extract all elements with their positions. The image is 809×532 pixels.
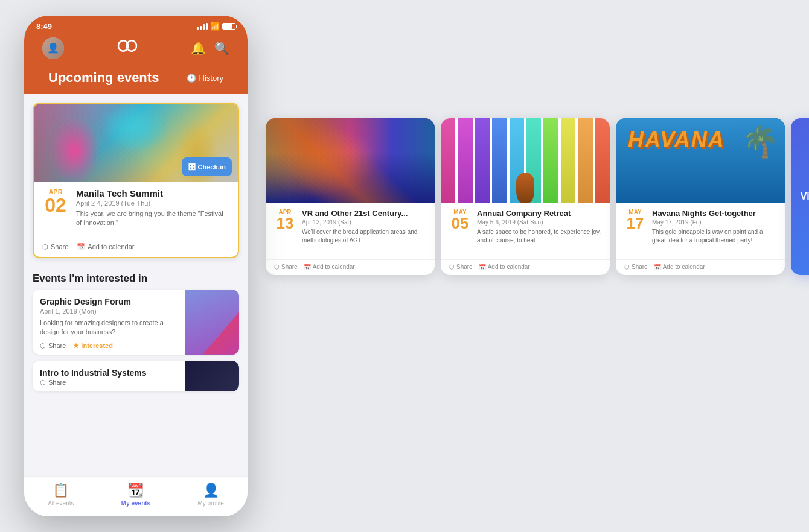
status-bar: 8:49 📶 xyxy=(36,22,235,31)
interest-card-1[interactable]: Graphic Design Forum April 1, 2019 (Mon)… xyxy=(33,290,239,355)
havana-calendar-button[interactable]: 📅 Add to calendar xyxy=(654,264,705,270)
interested-badge[interactable]: ★ Interested xyxy=(73,342,113,350)
calendar-icon: 📅 xyxy=(304,264,311,270)
interest-info-2: Intro to Industrial Systems ⬡ Share xyxy=(33,361,185,391)
havana-actions: ⬡ Share 📅 Add to calendar xyxy=(616,259,785,275)
retreat-calendar-button[interactable]: 📅 Add to calendar xyxy=(479,264,530,270)
event-card-havana[interactable]: HAVANA 🌴 MAY 17 Havana Nights Get-togeth… xyxy=(616,118,785,275)
interest-share-button[interactable]: ⬡ Share xyxy=(40,342,66,350)
vr-card-body: APR 13 VR and Other 21st Century... Apr … xyxy=(266,203,435,256)
havana-day: 17 xyxy=(627,215,644,231)
vr-calendar-button[interactable]: 📅 Add to calendar xyxy=(304,264,355,270)
nav-my-events[interactable]: 📆 My events xyxy=(121,483,150,507)
havana-event-info: Havana Nights Get-together May 17, 2019 … xyxy=(652,209,776,256)
share-icon: ⬡ xyxy=(42,243,48,251)
calendar-label: Add to calendar xyxy=(663,264,705,270)
interest-date: April 1, 2019 (Mon) xyxy=(40,308,177,315)
retreat-date-badge: MAY 05 xyxy=(449,209,471,256)
interest-card-2[interactable]: Intro to Industrial Systems ⬡ Share xyxy=(33,361,239,391)
nav-my-profile[interactable]: 👤 My profile xyxy=(197,483,223,507)
interested-section-header: Events I'm interested in xyxy=(24,264,248,290)
event-description: This year, we are bringing you the theme… xyxy=(76,209,229,228)
upcoming-header: Upcoming events 🕐 History xyxy=(36,68,235,94)
vr-desc: We'll cover the broad application areas … xyxy=(302,228,426,245)
event-date-text: April 2-4, 2019 (Tue-Thu) xyxy=(76,200,229,207)
interest-image xyxy=(185,290,239,355)
interest-image-dark xyxy=(185,361,239,391)
calendar-label: Add to calendar xyxy=(488,264,530,270)
retreat-event-info: Annual Company Retreat May 5-6, 2019 (Sa… xyxy=(477,209,601,256)
interest-card-inner: Graphic Design Forum April 1, 2019 (Mon)… xyxy=(33,290,239,355)
qr-icon: ⊞ xyxy=(188,161,196,173)
retreat-title: Annual Company Retreat xyxy=(477,209,601,218)
share-icon-2: ⬡ xyxy=(40,379,46,387)
share-icon: ⬡ xyxy=(449,264,455,270)
date-badge: APR 02 xyxy=(42,188,69,215)
time-display: 8:49 xyxy=(36,22,52,31)
havana-text-overlay: HAVANA xyxy=(628,127,725,153)
nav-all-events[interactable]: 📋 All events xyxy=(48,483,74,507)
share-button[interactable]: ⬡ Share xyxy=(42,243,68,251)
interest-actions: ⬡ Share ★ Interested xyxy=(40,342,177,350)
havana-share-button[interactable]: ⬡ Share xyxy=(624,264,648,270)
featured-event-image: ⊞ Check-in xyxy=(34,104,238,182)
view-all-button[interactable]: View all xyxy=(791,118,809,275)
history-icon: 🕐 xyxy=(187,74,196,83)
interest-info: Graphic Design Forum April 1, 2019 (Mon)… xyxy=(33,290,185,355)
share-icon: ⬡ xyxy=(274,264,280,270)
my-events-label: My events xyxy=(121,500,150,507)
history-label: History xyxy=(199,74,223,83)
vr-date: Apr 13, 2019 (Sat) xyxy=(302,219,426,226)
event-card-retreat[interactable]: MAY 05 Annual Company Retreat May 5-6, 2… xyxy=(441,118,610,275)
share-label: Share xyxy=(48,342,66,349)
havana-date: May 17, 2019 (Fri) xyxy=(652,219,776,226)
interest-share-button-2[interactable]: ⬡ Share xyxy=(40,379,66,387)
interest-title: Graphic Design Forum xyxy=(40,297,177,306)
share-icon: ⬡ xyxy=(40,342,46,350)
phone-header: 8:49 📶 👤 xyxy=(24,16,248,94)
checkin-button[interactable]: ⊞ Check-in xyxy=(182,157,232,176)
interest-card-inner-2: Intro to Industrial Systems ⬡ Share xyxy=(33,361,239,391)
event-title: Manila Tech Summit xyxy=(76,188,229,198)
bell-icon[interactable]: 🔔 xyxy=(191,41,206,55)
calendar-button[interactable]: 📅 Add to calendar xyxy=(77,243,134,251)
share-label: Share xyxy=(281,264,298,270)
share-label: Share xyxy=(456,264,473,270)
retreat-actions: ⬡ Share 📅 Add to calendar xyxy=(441,259,610,275)
interest-image-dark-inner xyxy=(185,361,239,391)
havana-desc: This gold pineapple is way on point and … xyxy=(652,228,776,245)
history-button[interactable]: 🕐 History xyxy=(187,74,223,83)
retreat-vase xyxy=(516,173,534,203)
retreat-share-button[interactable]: ⬡ Share xyxy=(449,264,473,270)
phone-frame: 8:49 📶 👤 xyxy=(24,16,248,516)
star-icon: ★ xyxy=(73,342,79,350)
havana-date-badge: MAY 17 xyxy=(624,209,646,256)
avatar[interactable]: 👤 xyxy=(42,37,64,59)
calendar-icon: 📅 xyxy=(654,264,661,270)
retreat-day: 05 xyxy=(452,215,469,231)
calendar-label: Add to calendar xyxy=(88,243,134,250)
vr-day: 13 xyxy=(277,215,294,231)
havana-title: Havana Nights Get-together xyxy=(652,209,776,218)
vr-event-info: VR and Other 21st Century... Apr 13, 201… xyxy=(302,209,426,256)
havana-event-image: HAVANA 🌴 xyxy=(616,118,785,203)
share-icon: ⬡ xyxy=(624,264,630,270)
phone-nav-bar: 👤 🔔 🔍 xyxy=(36,36,235,68)
share-label: Share xyxy=(51,243,68,250)
wifi-icon: 📶 xyxy=(210,22,220,31)
upcoming-title: Upcoming events xyxy=(48,70,159,86)
all-events-label: All events xyxy=(48,500,74,507)
vr-share-button[interactable]: ⬡ Share xyxy=(274,264,298,270)
search-icon[interactable]: 🔍 xyxy=(214,41,229,55)
events-expanded: APR 13 VR and Other 21st Century... Apr … xyxy=(248,52,809,341)
share-label: Share xyxy=(632,264,648,270)
featured-event-card[interactable]: ⊞ Check-in APR 02 Manila Tech Summit Apr… xyxy=(33,103,239,258)
event-card-vr[interactable]: APR 13 VR and Other 21st Century... Apr … xyxy=(266,118,435,275)
checkin-label: Check-in xyxy=(198,163,226,171)
calendar-label: Add to calendar xyxy=(313,264,355,270)
calendar-icon: 📅 xyxy=(479,264,486,270)
retreat-desc: A safe space to be honored, to experienc… xyxy=(477,228,601,245)
status-icons: 📶 xyxy=(197,22,235,31)
share-label-2: Share xyxy=(48,379,66,386)
battery-icon xyxy=(222,23,235,30)
